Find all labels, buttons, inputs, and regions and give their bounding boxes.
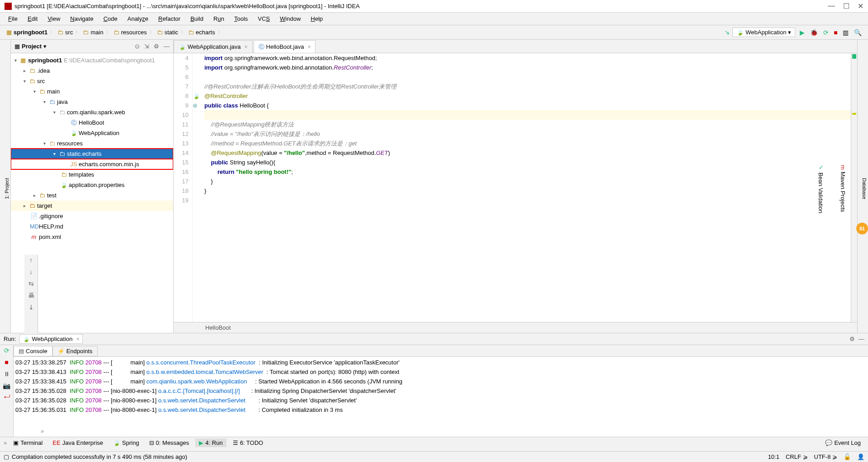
side-badge[interactable]: 81 xyxy=(856,223,868,234)
bottom-tab-todo[interactable]: ☰6: TODO xyxy=(229,439,267,447)
tree-java[interactable]: ▾🗀java xyxy=(11,97,173,107)
search-button[interactable]: 🔍 xyxy=(854,29,862,36)
warning-mark[interactable] xyxy=(852,113,856,115)
debug-button[interactable]: 🐞 xyxy=(810,29,818,36)
menu-window[interactable]: Window xyxy=(276,14,304,23)
tree-echarts-min[interactable]: JSecharts.common.min.js xyxy=(11,159,173,169)
tree-help[interactable]: MDHELP.md xyxy=(11,221,173,232)
tree-static-echarts[interactable]: ▾🗀static.echarts xyxy=(11,149,173,159)
editor-tab-webapp[interactable]: 🍃WebApplication.java× xyxy=(174,40,253,53)
crumb-src[interactable]: 🗀src xyxy=(56,28,75,37)
bottom-tab-terminal[interactable]: ▣Terminal xyxy=(9,439,46,447)
tree-templates[interactable]: 🗀templates xyxy=(11,169,173,180)
menu-vcs[interactable]: VCS xyxy=(254,14,274,23)
encoding[interactable]: UTF-8 ⩾ xyxy=(814,453,837,460)
minimize-button[interactable]: — xyxy=(828,2,835,10)
maximize-button[interactable]: ☐ xyxy=(843,2,849,10)
crumb-project[interactable]: ▦springboot1 xyxy=(5,28,49,37)
menu-run[interactable]: Run xyxy=(210,14,228,23)
layout-button[interactable]: ▥ xyxy=(843,29,849,36)
run-tab-webapp[interactable]: 🍃WebApplication× xyxy=(19,334,83,344)
crumb-echarts[interactable]: 🗀echarts xyxy=(186,28,217,37)
editor-tab-helloboot[interactable]: ⒸHelloBoot.java× xyxy=(254,40,316,53)
right-tab-bean[interactable]: ✓ Bean Validation xyxy=(816,160,825,217)
rerun-icon[interactable]: ⟳ xyxy=(4,347,9,354)
print-icon[interactable]: 🖶 xyxy=(28,292,34,299)
editor-marker-strip[interactable] xyxy=(851,53,857,322)
menu-analyze[interactable]: Analyze xyxy=(124,14,152,23)
stop-button[interactable]: ■ xyxy=(834,29,837,36)
tree-resources[interactable]: ▾🗀resources xyxy=(11,138,173,149)
tree-target[interactable]: ▸🗀target xyxy=(11,201,173,211)
chevron-down-icon[interactable]: ▾ xyxy=(43,43,47,50)
menu-tools[interactable]: Tools xyxy=(231,14,251,23)
expand-all-icon[interactable]: » xyxy=(4,439,7,446)
menu-navigate[interactable]: Navigate xyxy=(66,14,97,23)
collapse-all-icon[interactable]: ⇲ xyxy=(144,43,149,50)
menu-refactor[interactable]: Refactor xyxy=(155,14,184,23)
code-area[interactable]: import org.springframework.web.bind.anno… xyxy=(202,53,851,322)
expand-icon[interactable]: » xyxy=(41,428,44,437)
editor-body[interactable]: 45678910111213141516171819 🍃⊕ import org… xyxy=(174,53,857,322)
menu-edit[interactable]: Edit xyxy=(24,14,41,23)
editor-breadcrumb[interactable]: HelloBoot xyxy=(174,322,857,333)
tree-webapp[interactable]: 🍃WebApplication xyxy=(11,128,173,138)
tree-idea[interactable]: ▸🗀.idea xyxy=(11,65,173,76)
dump-icon[interactable]: 📷 xyxy=(3,382,10,389)
gear-icon[interactable]: ⚙ xyxy=(849,336,855,342)
menu-code[interactable]: Code xyxy=(100,14,121,23)
hide-icon[interactable]: — xyxy=(859,336,864,342)
subtab-endpoints[interactable]: ⚡Endpoints xyxy=(52,346,98,356)
tree-helloboot[interactable]: ⒸHelloBoot xyxy=(11,117,173,128)
left-tab-project[interactable]: 1: Project xyxy=(3,174,10,202)
bottom-tab-eventlog[interactable]: 💬Event Log xyxy=(821,439,864,447)
close-icon[interactable]: × xyxy=(76,336,80,342)
tree-gitignore[interactable]: 📄.gitignore xyxy=(11,211,173,221)
down-icon[interactable]: ↓ xyxy=(29,268,33,275)
scroll-icon[interactable]: ⤓ xyxy=(28,303,34,311)
tree-app-props[interactable]: 🍃application.properties xyxy=(11,180,173,190)
run-config-selector[interactable]: 🍃 WebApplication ▾ xyxy=(732,28,795,37)
tree-pom[interactable]: mpom.xml xyxy=(11,232,173,242)
crumb-resources[interactable]: 🗀resources xyxy=(112,28,149,37)
pause-icon[interactable]: ⏸ xyxy=(4,370,10,378)
tree-package[interactable]: ▾🗀com.qianliu.spark.web xyxy=(11,107,173,117)
method-icon[interactable]: ⊕ xyxy=(193,102,198,109)
tree-src[interactable]: ▾🗀src xyxy=(11,76,173,86)
right-tab-maven[interactable]: m Maven Projects xyxy=(839,161,847,215)
close-button[interactable]: ✕ xyxy=(858,2,863,10)
build-icon[interactable]: ↘ xyxy=(725,29,730,36)
menu-file[interactable]: File xyxy=(5,14,21,23)
hide-icon[interactable]: — xyxy=(164,43,170,50)
hektor-icon[interactable]: 👤 xyxy=(857,453,864,460)
crumb-main[interactable]: 🗀main xyxy=(81,28,105,37)
tree-main[interactable]: ▾🗀main xyxy=(11,86,173,97)
bottom-tab-messages[interactable]: ⊟0: Messages xyxy=(146,439,193,447)
subtab-console[interactable]: ▤Console xyxy=(14,346,52,356)
bottom-tab-run[interactable]: ▶4: Run xyxy=(195,439,226,447)
menu-build[interactable]: Build xyxy=(187,14,207,23)
close-tab-icon[interactable]: × xyxy=(245,44,248,50)
right-tab-database[interactable]: Database xyxy=(861,174,868,203)
menu-view[interactable]: View xyxy=(44,14,64,23)
bottom-tab-javaee[interactable]: EEJava Enterprise xyxy=(49,439,107,447)
scroll-from-source-icon[interactable]: ⊙ xyxy=(135,43,140,50)
close-tab-icon[interactable]: × xyxy=(307,44,311,50)
console-output[interactable]: 03-27 15:33:38.257 INFO 20708 --- [ main… xyxy=(14,357,868,428)
wrap-icon[interactable]: ⇆ xyxy=(28,280,34,287)
coverage-button[interactable]: ⟳ xyxy=(823,29,829,36)
lock-icon[interactable]: 🔓 xyxy=(844,453,851,460)
tree-test[interactable]: ▸🗀test xyxy=(11,190,173,201)
tree-root[interactable]: ▾▦springboot1E:\IDEA\actualCombat\spring… xyxy=(11,55,173,65)
cursor-position[interactable]: 10:1 xyxy=(768,453,779,460)
crumb-static[interactable]: 🗀static xyxy=(155,28,180,37)
gear-icon[interactable]: ⚙ xyxy=(154,43,159,50)
run-button[interactable]: ▶ xyxy=(800,29,805,36)
menu-help[interactable]: Help xyxy=(307,14,326,23)
run-line-icon[interactable]: 🍃 xyxy=(193,93,200,99)
bottom-tab-spring[interactable]: 🍃Spring xyxy=(109,439,143,447)
exit-icon[interactable]: ⮠ xyxy=(4,394,10,401)
line-ending[interactable]: CRLF ⩾ xyxy=(786,453,808,460)
up-icon[interactable]: ↑ xyxy=(29,257,33,264)
stop-icon[interactable]: ■ xyxy=(5,359,8,366)
